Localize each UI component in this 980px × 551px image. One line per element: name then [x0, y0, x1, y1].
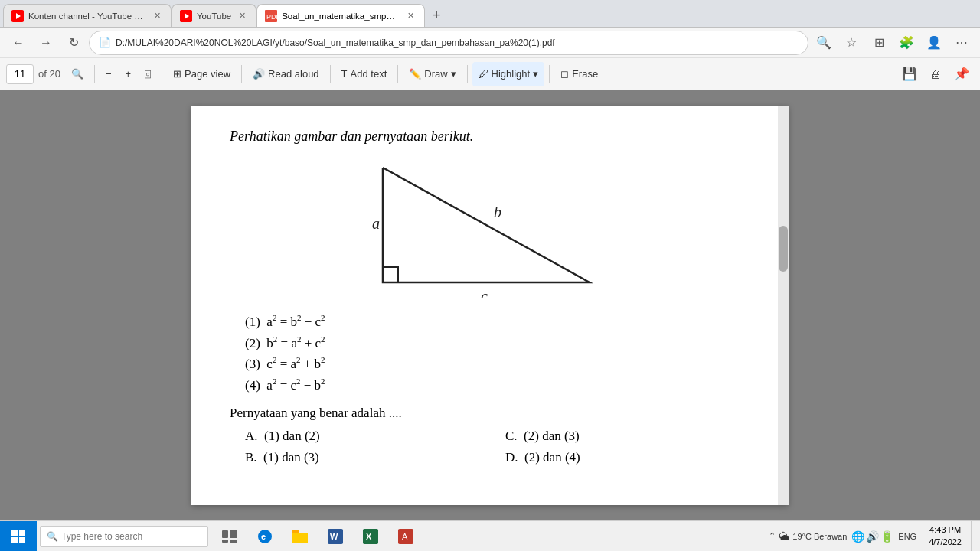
tab-favicon-3: PDF	[265, 10, 277, 22]
draw-label: Draw	[424, 68, 447, 80]
taskbar-search[interactable]: 🔍	[40, 526, 208, 547]
draw-chevron: ▾	[451, 68, 456, 80]
clock[interactable]: 4:43 PM 4/7/2022	[923, 524, 968, 548]
volume-icon[interactable]: 🔊	[866, 530, 879, 543]
pdf-toolbar: 11 of 20 🔍 − + ⌻ ⊞ Page view 🔊 Read alou…	[0, 58, 980, 90]
back-button[interactable]: ←	[6, 31, 31, 55]
tab-youtube-studio[interactable]: Konten channel - YouTube Studi... ✕	[3, 4, 172, 27]
triangle-diagram: a b c	[368, 160, 612, 298]
draw-icon: ✏️	[409, 68, 421, 80]
page-number-input[interactable]: 11	[6, 64, 34, 84]
app-icon: A	[398, 529, 413, 544]
svg-text:c: c	[481, 288, 488, 298]
highlight-button[interactable]: 🖊 Highlight ▾	[472, 62, 545, 86]
fit-page-button[interactable]: ⌻	[139, 62, 157, 86]
question-text: Pernyataan yang benar adalah ....	[230, 406, 750, 421]
app-button[interactable]: A	[389, 521, 423, 552]
word-button[interactable]: W	[318, 521, 352, 552]
task-view-icon	[222, 530, 237, 543]
edge-taskbar-button[interactable]: e	[248, 521, 282, 552]
start-button[interactable]	[0, 521, 37, 552]
weather-text: 19°C Berawan	[792, 532, 847, 541]
explorer-icon	[292, 530, 308, 543]
read-aloud-label: Read aloud	[268, 68, 319, 80]
tab-close-1[interactable]: ✕	[151, 10, 163, 22]
print-button[interactable]: 🖨	[923, 62, 948, 86]
search-web-button[interactable]: 🔍	[812, 31, 836, 55]
answer-c: C. (2) dan (3)	[505, 429, 735, 444]
draw-button[interactable]: ✏️ Draw ▾	[403, 62, 462, 86]
battery-icon: 🔋	[880, 530, 893, 543]
zoom-in-button[interactable]: +	[119, 62, 138, 86]
toolbar-separator-7	[549, 65, 550, 83]
add-text-label: Add text	[351, 68, 387, 80]
file-icon: 📄	[99, 37, 111, 48]
settings-button[interactable]: ⋯	[949, 31, 974, 55]
page-view-button[interactable]: ⊞ Page view	[167, 62, 237, 86]
pin-button[interactable]: 📌	[949, 62, 974, 86]
favorites-button[interactable]: ☆	[839, 31, 864, 55]
excel-button[interactable]: X	[354, 521, 387, 552]
profile-button[interactable]: 👤	[922, 31, 946, 55]
task-view-button[interactable]	[213, 521, 247, 552]
word-icon: W	[328, 529, 343, 544]
address-text: D:/MULAI%20DARI%20NOL%20LAGI/yt/baso/Soa…	[116, 37, 799, 48]
zoom-out-button[interactable]: −	[100, 62, 118, 86]
tab-bar: Konten channel - YouTube Studi... ✕ YouT…	[0, 0, 980, 28]
toolbar-separator-5	[397, 65, 398, 83]
tab-pdf[interactable]: PDF Soal_un_matematika_smp_dan_... ✕	[256, 4, 425, 27]
tab-close-2[interactable]: ✕	[236, 10, 248, 22]
svg-text:PDF: PDF	[266, 13, 277, 21]
edge-icon: e	[257, 529, 273, 544]
total-pages: of 20	[38, 68, 60, 80]
address-bar[interactable]: 📄 D:/MULAI%20DARI%20NOL%20LAGI/yt/baso/S…	[89, 31, 808, 55]
erase-button[interactable]: ◻ Erase	[554, 62, 604, 86]
pdf-page: Perhatikan gambar dan pernyataan berikut…	[191, 106, 789, 505]
highlight-label: Highlight	[492, 68, 531, 80]
clock-date: 4/7/2022	[929, 536, 962, 548]
erase-label: Erase	[572, 68, 598, 80]
taskbar-tray: ⌃ 🌥 19°C Berawan 🌐 🔊 🔋 ENG 4:43 PM 4/7/2…	[769, 521, 980, 552]
toolbar-separator-6	[467, 65, 468, 83]
triangle-svg: a b c	[368, 160, 612, 298]
answer-b: B. (1) dan (3)	[245, 450, 475, 465]
vertical-scrollbar[interactable]	[778, 106, 789, 505]
taskbar-search-icon: 🔍	[47, 531, 58, 542]
tab-label-2: YouTube	[197, 11, 231, 21]
refresh-button[interactable]: ↻	[61, 31, 86, 55]
equation-3: (3) c2 = a2 + b2	[245, 355, 735, 372]
svg-rect-15	[222, 540, 228, 543]
toolbar-separator-1	[94, 65, 95, 83]
search-pdf-button[interactable]: 🔍	[65, 62, 90, 86]
taskbar: 🔍 e	[0, 520, 980, 551]
save-button[interactable]: 💾	[897, 62, 922, 86]
read-aloud-button[interactable]: 🔊 Read aloud	[247, 62, 325, 86]
scrollbar-thumb[interactable]	[779, 226, 788, 272]
explorer-button[interactable]	[283, 521, 317, 552]
tab-label-1: Konten channel - YouTube Studi...	[28, 11, 146, 21]
tab-favicon-1	[11, 10, 24, 22]
new-tab-button[interactable]: +	[425, 4, 448, 27]
highlight-chevron: ▾	[533, 68, 538, 80]
svg-text:b: b	[494, 204, 501, 220]
add-text-button[interactable]: T Add text	[335, 62, 394, 86]
tray-chevron[interactable]: ⌃	[769, 531, 776, 541]
toolbar-separator-8	[609, 65, 609, 83]
browser-window: Konten channel - YouTube Studi... ✕ YouT…	[0, 0, 980, 520]
tab-close-3[interactable]: ✕	[404, 10, 416, 22]
svg-rect-12	[19, 537, 25, 543]
equation-4: (4) a2 = c2 − b2	[245, 377, 735, 393]
collections-button[interactable]: ⊞	[867, 31, 891, 55]
taskbar-search-input[interactable]	[61, 531, 199, 542]
answer-d: D. (2) dan (4)	[505, 450, 735, 465]
clock-time: 4:43 PM	[929, 524, 962, 536]
forward-button[interactable]: →	[34, 31, 58, 55]
navigation-bar: ← → ↻ 📄 D:/MULAI%20DARI%20NOL%20LAGI/yt/…	[0, 28, 980, 58]
show-desktop-button[interactable]	[971, 521, 975, 552]
tab-youtube[interactable]: YouTube ✕	[172, 4, 256, 27]
system-tray: ⌃ 🌥 19°C Berawan 🌐 🔊 🔋 ENG	[769, 530, 920, 543]
network-icon[interactable]: 🌐	[851, 530, 864, 543]
lang-indicator: ENG	[898, 532, 916, 541]
svg-text:W: W	[330, 532, 338, 541]
extensions-button[interactable]: 🧩	[894, 31, 919, 55]
